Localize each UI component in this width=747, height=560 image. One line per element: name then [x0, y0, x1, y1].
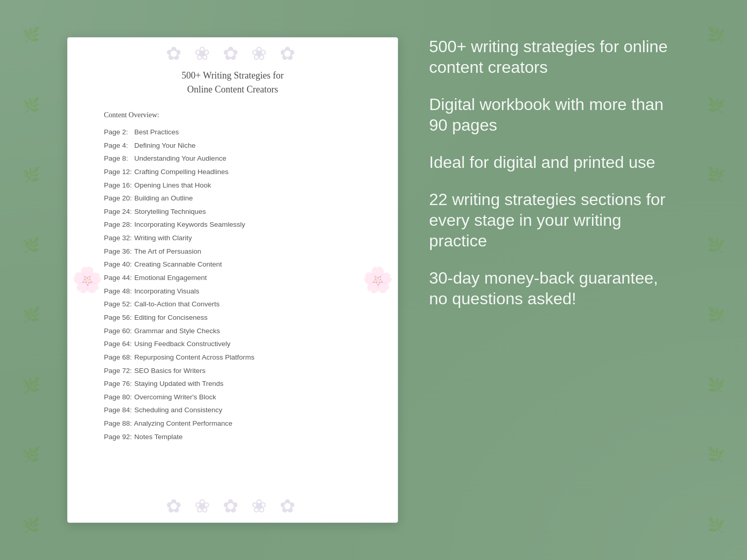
toc-title: Understanding Your Audience: [132, 154, 226, 162]
feature-1-text: 500+ writing strategies for online conte…: [429, 36, 680, 77]
toc-page-number: Page 64:: [104, 337, 132, 351]
table-of-contents-item: Page 40: Creating Scannable Content: [104, 258, 361, 271]
toc-title: Building an Outline: [132, 194, 193, 202]
toc-title: Editing for Conciseness: [132, 314, 208, 321]
table-of-contents-item: Page 28: Incorporating Keywords Seamless…: [104, 218, 361, 231]
toc-page-number: Page 92:: [104, 430, 132, 444]
toc-page-number: Page 4:: [104, 139, 132, 152]
document-card: ✿ ❀ ✿ ❀ ✿ 🌸 🌸 500+ Writing Strategies fo…: [67, 37, 398, 523]
document-title: 500+ Writing Strategies for Online Conte…: [104, 69, 361, 97]
toc-title: Scheduling and Consistency: [132, 406, 222, 414]
toc-page-number: Page 68:: [104, 351, 132, 364]
toc-page-number: Page 56:: [104, 311, 132, 324]
toc-title: Best Practices: [132, 128, 179, 136]
table-of-contents-item: Page 80: Overcoming Writer's Block: [104, 391, 361, 404]
table-of-contents-item: Page 44: Emotional Engagement: [104, 271, 361, 285]
toc-title: Emotional Engagement: [132, 274, 207, 282]
toc-title: Creating Scannable Content: [132, 260, 222, 268]
toc-page-number: Page 32:: [104, 231, 132, 245]
table-of-contents-item: Page 68: Repurposing Content Across Plat…: [104, 351, 361, 364]
table-of-contents-item: Page 2: Best Practices: [104, 126, 361, 139]
rose-left-decoration: 🌸: [72, 266, 103, 294]
feature-2-text: Digital workbook with more than 90 pages: [429, 94, 680, 135]
table-of-contents-item: Page 84: Scheduling and Consistency: [104, 403, 361, 417]
right-panel: 500+ writing strategies for online conte…: [429, 15, 680, 309]
toc-page-number: Page 20:: [104, 192, 132, 205]
table-of-contents: Page 2: Best PracticesPage 4: Defining Y…: [104, 126, 361, 443]
table-of-contents-item: Page 8: Understanding Your Audience: [104, 152, 361, 165]
table-of-contents-item: Page 88: Analyzing Content Performance: [104, 417, 361, 430]
table-of-contents-item: Page 20: Building an Outline: [104, 192, 361, 205]
toc-page-number: Page 8:: [104, 152, 132, 165]
table-of-contents-item: Page 36: The Art of Persuasion: [104, 245, 361, 258]
table-of-contents-item: Page 4: Defining Your Niche: [104, 139, 361, 152]
toc-page-number: Page 52:: [104, 298, 132, 311]
toc-title: SEO Basics for Writers: [132, 367, 206, 375]
toc-title: Opening Lines that Hook: [132, 181, 211, 189]
toc-page-number: Page 24:: [104, 205, 132, 219]
table-of-contents-item: Page 24: Storytelling Techniques: [104, 205, 361, 219]
toc-title: Call-to-Action that Converts: [132, 300, 220, 308]
toc-page-number: Page 76:: [104, 377, 132, 391]
table-of-contents-item: Page 16: Opening Lines that Hook: [104, 179, 361, 192]
table-of-contents-item: Page 76: Staying Updated with Trends: [104, 377, 361, 391]
toc-title: Storytelling Techniques: [132, 208, 206, 215]
toc-title: Incorporating Keywords Seamlessly: [132, 221, 245, 228]
floral-bottom-decoration: ✿ ❀ ✿ ❀ ✿: [166, 495, 299, 517]
toc-title: Notes Template: [132, 433, 182, 441]
toc-page-number: Page 16:: [104, 179, 132, 192]
toc-title: Writing with Clarity: [132, 234, 192, 242]
toc-title: Staying Updated with Trends: [132, 380, 223, 387]
toc-title: Analyzing Content Performance: [132, 419, 233, 427]
table-of-contents-item: Page 52: Call-to-Action that Converts: [104, 298, 361, 311]
table-of-contents-item: Page 60: Grammar and Style Checks: [104, 324, 361, 338]
toc-page-number: Page 60:: [104, 324, 132, 338]
toc-page-number: Page 12:: [104, 165, 132, 179]
rose-right-decoration: 🌸: [362, 266, 393, 294]
feature-5-text: 30-day money-back guarantee, no question…: [429, 268, 680, 309]
toc-page-number: Page 2:: [104, 126, 132, 139]
toc-title: Overcoming Writer's Block: [132, 393, 216, 401]
toc-title: Using Feedback Constructively: [132, 340, 231, 348]
table-of-contents-item: Page 72: SEO Basics for Writers: [104, 364, 361, 378]
toc-title: Defining Your Niche: [132, 142, 195, 149]
floral-top-decoration: ✿ ❀ ✿ ❀ ✿: [166, 43, 299, 65]
toc-page-number: Page 88:: [104, 417, 132, 430]
toc-page-number: Page 72:: [104, 364, 132, 378]
toc-page-number: Page 84:: [104, 403, 132, 417]
table-of-contents-item: Page 32: Writing with Clarity: [104, 231, 361, 245]
toc-title: Crafting Compelling Headlines: [132, 168, 228, 176]
toc-page-number: Page 28:: [104, 218, 132, 231]
main-layout: ✿ ❀ ✿ ❀ ✿ 🌸 🌸 500+ Writing Strategies fo…: [0, 0, 747, 560]
feature-3-text: Ideal for digital and printed use: [429, 152, 680, 173]
toc-page-number: Page 48:: [104, 285, 132, 298]
content-overview-label: Content Overview:: [104, 111, 361, 119]
toc-page-number: Page 36:: [104, 245, 132, 258]
toc-title: Incorporating Visuals: [132, 287, 200, 295]
table-of-contents-item: Page 48: Incorporating Visuals: [104, 285, 361, 298]
toc-page-number: Page 44:: [104, 271, 132, 285]
toc-title: The Art of Persuasion: [132, 247, 201, 255]
toc-title: Grammar and Style Checks: [132, 327, 220, 335]
table-of-contents-item: Page 64: Using Feedback Constructively: [104, 337, 361, 351]
toc-page-number: Page 40:: [104, 258, 132, 271]
toc-title: Repurposing Content Across Platforms: [132, 353, 254, 361]
table-of-contents-item: Page 92: Notes Template: [104, 430, 361, 444]
toc-page-number: Page 80:: [104, 391, 132, 404]
table-of-contents-item: Page 12: Crafting Compelling Headlines: [104, 165, 361, 179]
feature-4-text: 22 writing strategies sections for every…: [429, 189, 680, 251]
table-of-contents-item: Page 56: Editing for Conciseness: [104, 311, 361, 324]
